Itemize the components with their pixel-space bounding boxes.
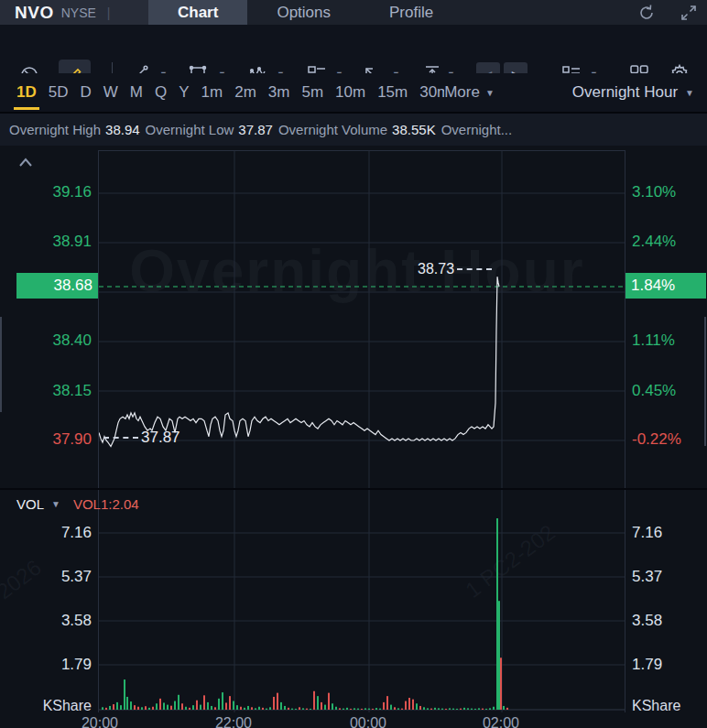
axis-tick-label: 3.58 bbox=[632, 612, 662, 630]
timeframe-D[interactable]: D bbox=[80, 83, 91, 102]
volume-bar bbox=[317, 696, 319, 710]
chevron-down-icon[interactable]: ▼ bbox=[51, 499, 60, 509]
volume-bar bbox=[401, 709, 403, 710]
expand-icon[interactable] bbox=[680, 4, 698, 22]
volume-bar bbox=[452, 709, 454, 710]
timeframe-3m[interactable]: 3m bbox=[268, 83, 290, 102]
timeframe-Y[interactable]: Y bbox=[179, 83, 189, 102]
volume-bar bbox=[233, 701, 234, 710]
vol-label[interactable]: VOL bbox=[16, 496, 44, 512]
volume-bar bbox=[339, 708, 341, 710]
right-pane-scrollbar[interactable] bbox=[704, 317, 706, 446]
volume-bar bbox=[189, 708, 190, 710]
volume-bar bbox=[383, 702, 385, 710]
exchange-label: NYSE bbox=[61, 5, 96, 20]
tab-chart[interactable]: Chart bbox=[148, 0, 247, 25]
axis-tick-label: 38.91 bbox=[0, 233, 92, 251]
volume-bar bbox=[280, 702, 282, 710]
volume-bar bbox=[258, 707, 260, 710]
time-axis-label: 00:00 bbox=[346, 715, 390, 728]
volume-bar bbox=[412, 700, 414, 710]
timeframe-periods: 1D5DDWMQY1m2m3m5m10m15m30m bbox=[16, 83, 444, 102]
left-pane-scrollbar[interactable] bbox=[0, 317, 2, 412]
volume-bar bbox=[343, 709, 344, 710]
volume-bar bbox=[434, 708, 436, 710]
volume-bar bbox=[145, 706, 147, 710]
volume-bar bbox=[364, 708, 366, 710]
timeframe-30m[interactable]: 30m bbox=[419, 83, 444, 102]
timeframe-1m[interactable]: 1m bbox=[201, 83, 223, 102]
timeframe-Q[interactable]: Q bbox=[155, 83, 167, 102]
volume-bar bbox=[120, 705, 122, 710]
timeframe-M[interactable]: M bbox=[130, 83, 143, 102]
trading-app-window: NVO NYSE | Chart Options Profile bbox=[0, 0, 707, 728]
axis-tick-label: 1.79 bbox=[632, 656, 662, 674]
collapse-pane-chevron-icon[interactable] bbox=[17, 157, 34, 169]
volume-bar bbox=[474, 709, 476, 710]
axis-tick-label: 5.37 bbox=[0, 568, 92, 586]
overnight-stat: Overnight High38.94 bbox=[9, 122, 140, 137]
marker-dashes bbox=[103, 437, 138, 439]
volume-bar bbox=[390, 705, 392, 710]
volume-bar bbox=[262, 708, 264, 710]
timeframe-5D[interactable]: 5D bbox=[49, 83, 69, 102]
volume-bar bbox=[386, 696, 388, 710]
volume-bar bbox=[163, 702, 165, 710]
chart-region: Overnight Hour 1 PC2-202 2026 39.1638.91… bbox=[0, 146, 707, 727]
chevron-down-icon: ▼ bbox=[685, 88, 694, 98]
axis-tick-label: 0.45% bbox=[632, 382, 676, 400]
volume-bar bbox=[449, 708, 451, 710]
timeframe-2m[interactable]: 2m bbox=[234, 83, 256, 102]
session-selector[interactable]: Overnight Hour ▼ bbox=[572, 83, 694, 102]
volume-bar bbox=[350, 709, 352, 710]
session-low-marker: 37.87 bbox=[101, 429, 180, 447]
volume-bar bbox=[441, 709, 443, 710]
spike-high-marker: 38.73 bbox=[418, 261, 495, 277]
volume-bar bbox=[500, 657, 502, 710]
timeframe-5m[interactable]: 5m bbox=[301, 83, 323, 102]
current-price-badge: 38.68 bbox=[16, 273, 98, 299]
tab-options[interactable]: Options bbox=[247, 0, 360, 25]
volume-bar bbox=[244, 708, 245, 710]
volume-bar bbox=[251, 707, 253, 710]
volume-bar bbox=[430, 709, 432, 710]
volume-bar bbox=[203, 695, 205, 710]
volume-bar bbox=[105, 708, 107, 710]
timeframe-1D[interactable]: 1D bbox=[16, 83, 37, 102]
volume-bar bbox=[463, 708, 465, 710]
volume-bar bbox=[416, 703, 418, 710]
volume-bar bbox=[321, 702, 322, 710]
more-timeframes-button[interactable]: More ▼ bbox=[444, 83, 495, 102]
volume-bar bbox=[324, 705, 326, 710]
overnight-stat: Overnight Volume38.55K bbox=[278, 122, 436, 137]
volume-bar bbox=[178, 695, 179, 710]
volume-bar bbox=[295, 709, 297, 710]
volume-bar bbox=[134, 705, 136, 710]
volume-bar bbox=[207, 702, 209, 710]
volume-bar bbox=[306, 709, 308, 710]
axis-tick-label: 38.15 bbox=[0, 382, 92, 400]
volume-bar bbox=[214, 707, 216, 710]
volume-bar bbox=[445, 709, 447, 710]
volume-bar bbox=[284, 706, 286, 710]
volume-bar bbox=[192, 705, 194, 710]
timeframe-15m[interactable]: 15m bbox=[377, 83, 408, 102]
volume-bar bbox=[291, 709, 293, 710]
volume-bar bbox=[229, 696, 231, 710]
volume-bar bbox=[503, 706, 505, 710]
volume-bar bbox=[302, 708, 304, 710]
volume-bar bbox=[141, 707, 143, 710]
volume-bar bbox=[346, 708, 348, 710]
volume-bar bbox=[102, 707, 103, 710]
volume-bar bbox=[332, 703, 333, 710]
volume-plot-area[interactable] bbox=[98, 490, 625, 712]
overnight-stat: Overnight Low37.87 bbox=[146, 122, 273, 137]
volume-bar bbox=[460, 709, 462, 710]
timeframe-10m[interactable]: 10m bbox=[335, 83, 365, 102]
tab-profile[interactable]: Profile bbox=[360, 0, 462, 25]
timeframe-W[interactable]: W bbox=[103, 83, 118, 102]
volume-bar bbox=[200, 705, 201, 710]
refresh-icon[interactable] bbox=[637, 4, 656, 22]
volume-bar bbox=[116, 702, 118, 710]
timeframe-bar: 1D5DDWMQY1m2m3m5m10m15m30m More ▼ Overni… bbox=[0, 73, 707, 114]
